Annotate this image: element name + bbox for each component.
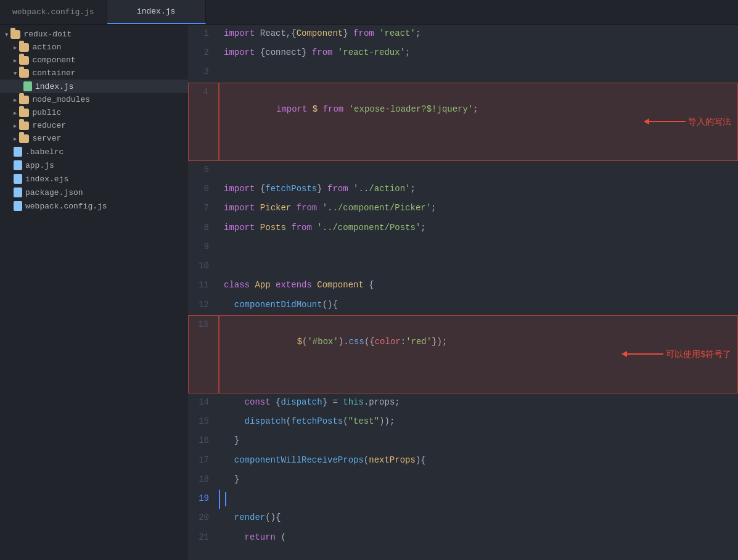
code-editor[interactable]: 1 import React,{Component} from 'react';…: [188, 25, 738, 560]
sidebar-item-server[interactable]: server: [0, 132, 188, 145]
sidebar-item-index-ejs[interactable]: index.ejs: [0, 172, 188, 186]
code-line-3: 3: [188, 63, 738, 82]
code-line-2: 2 import {connect} from 'react-redux';: [188, 44, 738, 63]
container-chevron-icon: [14, 68, 19, 78]
code-line-12: 12 componentDidMount(){: [188, 296, 738, 315]
tab-webpack[interactable]: webpack.config.js: [0, 0, 107, 24]
node-modules-chevron-icon: [14, 95, 19, 104]
code-line-8: 8 import Posts from '../component/Posts'…: [188, 219, 738, 238]
component-chevron-icon: [14, 56, 19, 65]
action-folder-icon: [19, 43, 29, 52]
babelrc-file-icon: [14, 147, 22, 157]
webpack-config-file-icon: [14, 201, 22, 211]
code-line-14: 14 const {dispatch} = this.props;: [188, 393, 738, 413]
sidebar-item-container[interactable]: container: [0, 67, 188, 80]
annotation-line13: 可以使用$符号了: [626, 345, 731, 363]
code-line-13: 13 $('#box').css({color:'red'}); 可以使用$符号…: [188, 315, 738, 393]
main-layout: redux-doit action component container in…: [0, 25, 738, 560]
code-line-5: 5: [188, 161, 738, 180]
sidebar-item-webpack-config[interactable]: webpack.config.js: [0, 199, 188, 213]
sidebar: redux-doit action component container in…: [0, 25, 188, 560]
tab-bar: webpack.config.js index.js: [0, 0, 738, 25]
code-line-20: 20 render(){: [188, 509, 738, 528]
reducer-folder-icon: [19, 121, 29, 130]
app-js-file-icon: [14, 160, 22, 170]
public-folder-icon: [19, 109, 29, 117]
server-folder-icon: [19, 134, 29, 143]
sidebar-item-app-js[interactable]: app.js: [0, 159, 188, 172]
arrow-left-4: [649, 121, 686, 122]
sidebar-root[interactable]: redux-doit: [0, 28, 188, 41]
code-line-17: 17 componentWillReceiveProps(nextProps){: [188, 451, 738, 471]
container-folder-icon: [19, 69, 29, 78]
index-js-file-icon: [23, 81, 32, 91]
code-area: 1 import React,{Component} from 'react';…: [188, 25, 738, 548]
code-line-1: 1 import React,{Component} from 'react';: [188, 25, 738, 44]
code-line-11: 11 class App extends Component {: [188, 276, 738, 295]
root-chevron-icon: [5, 30, 10, 39]
reducer-chevron-icon: [14, 121, 19, 130]
annotation-line4: 导入的写法: [649, 113, 731, 130]
sidebar-item-package-json[interactable]: package.json: [0, 186, 188, 199]
sidebar-item-action[interactable]: action: [0, 41, 188, 54]
index-ejs-file-icon: [14, 174, 22, 184]
server-chevron-icon: [14, 134, 19, 143]
action-chevron-icon: [14, 43, 19, 52]
sidebar-item-component[interactable]: component: [0, 54, 188, 67]
public-chevron-icon: [14, 108, 19, 117]
code-line-6: 6 import {fetchPosts} from '../action';: [188, 180, 738, 199]
arrow-left-13: [626, 353, 663, 355]
sidebar-item-public[interactable]: public: [0, 106, 188, 119]
code-line-15: 15 dispatch(fetchPosts("test"));: [188, 413, 738, 432]
node-modules-folder-icon: [19, 96, 29, 104]
sidebar-item-reducer[interactable]: reducer: [0, 119, 188, 132]
code-line-7: 7 import Picker from '../component/Picke…: [188, 199, 738, 218]
code-line-4: 4 import $ from 'expose-loader?$!jquery'…: [188, 83, 738, 161]
code-line-21: 21 return (: [188, 529, 738, 548]
package-json-file-icon: [14, 187, 22, 197]
code-line-19: 19: [188, 490, 738, 509]
code-line-18: 18 }: [188, 471, 738, 490]
code-line-16: 16 }: [188, 432, 738, 451]
root-folder-icon: [10, 30, 20, 39]
code-line-9: 9: [188, 238, 738, 257]
sidebar-item-babelrc[interactable]: .babelrc: [0, 145, 188, 159]
sidebar-item-index-js[interactable]: index.js: [0, 80, 188, 93]
tab-index[interactable]: index.js: [107, 0, 206, 24]
code-line-10: 10: [188, 257, 738, 276]
sidebar-item-node-modules[interactable]: node_modules: [0, 93, 188, 106]
component-folder-icon: [19, 56, 29, 65]
